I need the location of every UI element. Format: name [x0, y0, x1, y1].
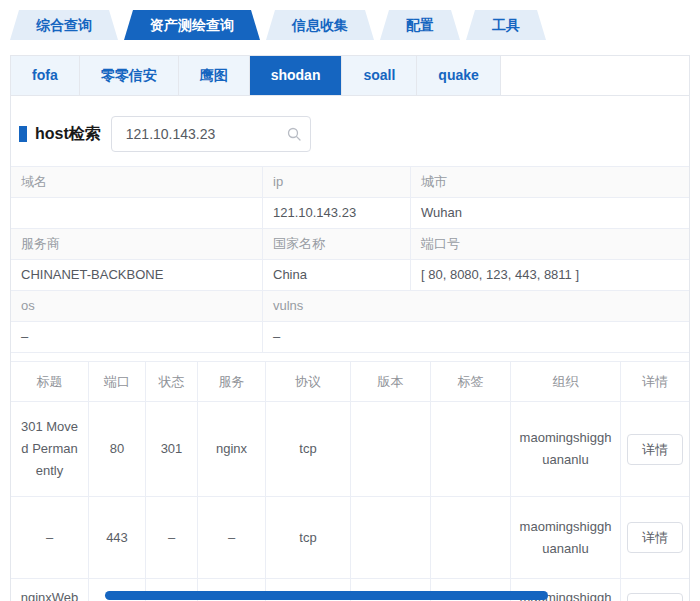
col-header-org: 组织	[511, 362, 621, 402]
col-header-status: 状态	[146, 362, 198, 402]
info-value-city: Wuhan	[411, 198, 689, 229]
host-search-input-wrap	[111, 116, 311, 152]
detail-button[interactable]: 详情	[627, 593, 683, 601]
cell-detail: 详情	[621, 497, 689, 579]
cell-title: nginxWebs	[11, 579, 89, 601]
info-value-isp: CHINANET-BACKBONE	[11, 260, 263, 291]
top-tab-asset-mapping-query[interactable]: 资产测绘查询	[124, 10, 260, 40]
info-label-isp: 服务商	[11, 229, 263, 260]
info-value-country: China	[263, 260, 411, 291]
info-label-ip: ip	[263, 167, 411, 198]
table-row: 301 Moved Permanently 80 301 nginx tcp m…	[11, 402, 689, 497]
cell-service: nginx	[198, 402, 266, 497]
top-tab-info-collection[interactable]: 信息收集	[266, 10, 374, 40]
cell-status: 301	[146, 402, 198, 497]
cell-status: –	[146, 497, 198, 579]
top-tab-tools[interactable]: 工具	[466, 10, 546, 40]
section-marker	[19, 126, 27, 142]
cell-protocol: tcp	[266, 402, 351, 497]
info-label-domain: 域名	[11, 167, 263, 198]
table-row: – 443 – – tcp maomingshigghuananlu 详情	[11, 497, 689, 579]
col-header-title: 标题	[11, 362, 89, 402]
cell-port: 443	[89, 497, 146, 579]
info-value-ports: [ 80, 8080, 123, 443, 8811 ]	[411, 260, 689, 291]
cell-tags	[431, 497, 511, 579]
col-header-tags: 标签	[431, 362, 511, 402]
cell-version	[351, 497, 431, 579]
info-label-vulns: vulns	[263, 291, 689, 322]
search-icon[interactable]	[287, 127, 301, 141]
info-label-os: os	[11, 291, 263, 322]
engine-tab-lingling-xinan[interactable]: 零零信安	[80, 56, 179, 95]
info-value-ip: 121.10.143.23	[263, 198, 411, 229]
cell-org: maomingshigghuananlu	[511, 402, 621, 497]
host-info-grid: 域名 ip 城市 121.10.143.23 Wuhan 服务商 国家名称 端口…	[11, 166, 689, 353]
col-header-detail: 详情	[621, 362, 689, 402]
horizontal-scrollbar-thumb[interactable]	[105, 591, 548, 600]
engine-tab-shodan[interactable]: shodan	[250, 56, 343, 95]
col-header-protocol: 协议	[266, 362, 351, 402]
cell-detail: 详情	[621, 579, 689, 601]
top-tab-config[interactable]: 配置	[380, 10, 460, 40]
col-header-service: 服务	[198, 362, 266, 402]
info-value-domain	[11, 198, 263, 229]
cell-version	[351, 402, 431, 497]
top-tab-comprehensive-query[interactable]: 综合查询	[10, 10, 118, 40]
asset-mapping-card: fofa 零零信安 鹰图 shodan soall quake host检索 域…	[10, 55, 690, 601]
info-label-city: 城市	[411, 167, 689, 198]
engine-tab-quake[interactable]: quake	[417, 56, 500, 95]
cell-title: 301 Moved Permanently	[11, 402, 89, 497]
ports-table: 标题 端口 状态 服务 协议 版本 标签 组织 详情 301 Moved Per…	[11, 361, 689, 601]
engine-tab-yingtu[interactable]: 鹰图	[179, 56, 250, 95]
info-value-vulns: –	[263, 322, 689, 353]
cell-org: maomingshigghuananlu	[511, 497, 621, 579]
host-search-section: host检索	[11, 96, 689, 166]
top-tab-bar: 综合查询 资产测绘查询 信息收集 配置 工具	[10, 10, 700, 40]
col-header-version: 版本	[351, 362, 431, 402]
cell-title: –	[11, 497, 89, 579]
engine-tab-bar: fofa 零零信安 鹰图 shodan soall quake	[11, 56, 689, 96]
info-label-country: 国家名称	[263, 229, 411, 260]
cell-protocol: tcp	[266, 497, 351, 579]
detail-button[interactable]: 详情	[627, 434, 683, 465]
cell-tags	[431, 402, 511, 497]
info-value-os: –	[11, 322, 263, 353]
cell-port: 80	[89, 402, 146, 497]
info-label-ports: 端口号	[411, 229, 689, 260]
ports-table-header: 标题 端口 状态 服务 协议 版本 标签 组织 详情	[11, 362, 689, 402]
engine-tab-soall[interactable]: soall	[342, 56, 417, 95]
cell-service: –	[198, 497, 266, 579]
cell-detail: 详情	[621, 402, 689, 497]
section-title: host检索	[35, 124, 101, 145]
detail-button[interactable]: 详情	[627, 522, 683, 553]
col-header-port: 端口	[89, 362, 146, 402]
engine-tab-fofa[interactable]: fofa	[11, 56, 80, 95]
host-search-input[interactable]	[111, 116, 311, 152]
